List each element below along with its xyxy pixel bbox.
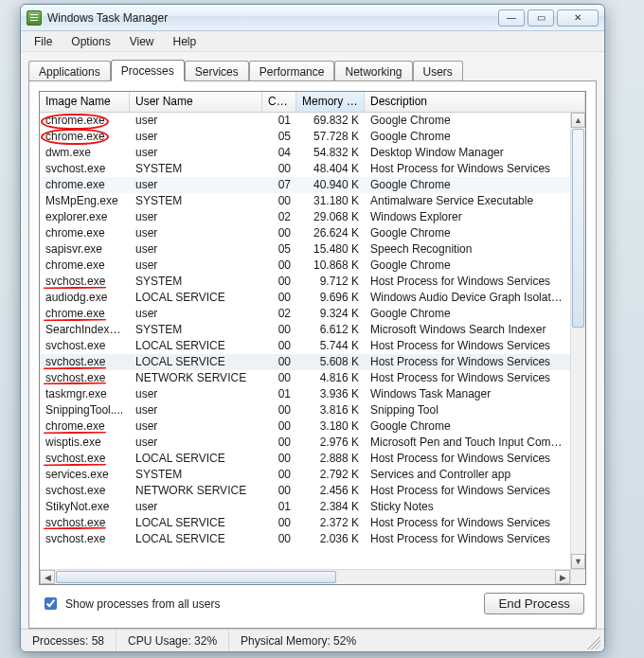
listview-rows: chrome.exeuser0169.832 KGoogle Chromechr… [40,113,570,569]
cell-cpu: 00 [262,483,296,499]
tab-applications[interactable]: Applications [28,61,111,81]
cell-description: Snipping Tool [365,402,570,418]
cell-user-name: SYSTEM [130,467,262,483]
resize-grip-icon[interactable] [583,632,600,649]
menu-view[interactable]: View [122,33,162,50]
table-row[interactable]: svchost.exeSYSTEM0048.404 KHost Process … [40,161,570,177]
table-row[interactable]: svchost.exeLOCAL SERVICE002.036 KHost Pr… [40,531,570,547]
cell-description: Microsoft Windows Search Indexer [365,322,570,338]
table-row[interactable]: taskmgr.exeuser013.936 KWindows Task Man… [40,386,570,402]
vertical-scrollbar[interactable]: ▲ ▼ [570,113,585,569]
col-user-name[interactable]: User Name [130,92,262,112]
tab-networking[interactable]: Networking [334,61,412,81]
cell-image-name: dwm.exe [40,145,130,161]
cell-description: Host Process for Windows Services [365,161,570,177]
tab-services[interactable]: Services [185,61,249,81]
scroll-down-icon[interactable]: ▼ [571,554,585,569]
table-row[interactable]: chrome.exeuser0740.940 KGoogle Chrome [40,177,570,193]
cell-memory: 5.744 K [296,338,365,354]
table-row[interactable]: MsMpEng.exeSYSTEM0031.180 KAntimalware S… [40,193,570,209]
cell-image-name: services.exe [40,467,130,483]
cell-cpu: 00 [262,193,296,209]
hscroll-track[interactable] [55,570,555,584]
listview-body: chrome.exeuser0169.832 KGoogle Chromechr… [40,113,585,584]
table-row[interactable]: svchost.exeLOCAL SERVICE005.744 KHost Pr… [40,338,570,354]
cell-user-name: SYSTEM [130,161,262,177]
cell-description: Google Chrome [365,418,570,435]
cell-memory: 2.372 K [296,515,365,531]
col-memory[interactable]: Memory (... [296,92,365,112]
table-row[interactable]: dwm.exeuser0454.832 KDesktop Window Mana… [40,145,570,161]
maximize-button[interactable]: ▭ [528,9,554,27]
table-row[interactable]: StikyNot.exeuser012.384 KSticky Notes [40,499,570,515]
cell-memory: 31.180 K [296,193,365,209]
cell-cpu: 00 [262,161,296,177]
table-row[interactable]: services.exeSYSTEM002.792 KServices and … [40,467,570,483]
table-row[interactable]: SnippingTool....user003.816 KSnipping To… [40,402,570,418]
cell-description: Host Process for Windows Services [365,483,570,499]
show-all-users-checkbox[interactable]: Show processes from all users [41,595,220,613]
cell-description: Host Process for Windows Services [365,338,570,354]
cell-memory: 9.712 K [296,274,365,290]
horizontal-scrollbar[interactable]: ◀ ▶ [40,569,570,584]
close-icon: ✕ [574,12,581,23]
table-row[interactable]: sapisvr.exeuser0515.480 KSpeech Recognit… [40,241,570,258]
table-row[interactable]: wisptis.exeuser002.976 KMicrosoft Pen an… [40,435,570,451]
show-all-users-input[interactable] [45,597,57,610]
cell-memory: 15.480 K [296,241,365,258]
close-button[interactable]: ✕ [557,9,599,27]
table-row[interactable]: chrome.exeuser003.180 KGoogle Chrome [40,418,570,435]
cell-user-name: user [130,209,262,225]
cell-description: Speech Recognition [365,241,570,258]
cell-description: Google Chrome [365,129,570,145]
table-row[interactable]: audiodg.exeLOCAL SERVICE009.696 KWindows… [40,290,570,306]
tab-users[interactable]: Users [413,61,463,81]
hscroll-thumb[interactable] [56,571,336,583]
minimize-button[interactable]: — [498,9,525,27]
table-row[interactable]: explorer.exeuser0229.068 KWindows Explor… [40,209,570,225]
cell-cpu: 02 [262,209,296,225]
col-image-name[interactable]: Image Name [40,92,130,112]
cell-image-name: chrome.exe [40,306,130,322]
table-row[interactable]: svchost.exeSYSTEM009.712 KHost Process f… [40,274,570,290]
col-description[interactable]: Description [365,92,585,112]
table-row[interactable]: chrome.exeuser029.324 KGoogle Chrome [40,306,570,322]
table-row[interactable]: chrome.exeuser0026.624 KGoogle Chrome [40,225,570,241]
table-row[interactable]: chrome.exeuser0169.832 KGoogle Chrome [40,113,570,129]
cell-description: Windows Audio Device Graph Isolation [365,290,570,306]
cell-memory: 26.624 K [296,225,365,241]
cell-user-name: user [130,386,262,402]
cell-image-name: svchost.exe [40,531,130,547]
cell-cpu: 00 [262,418,296,435]
table-row[interactable]: svchost.exeNETWORK SERVICE002.456 KHost … [40,483,570,499]
cell-cpu: 00 [262,322,296,338]
tab-performance[interactable]: Performance [249,61,335,81]
cell-memory: 48.404 K [296,161,365,177]
titlebar[interactable]: Windows Task Manager — ▭ ✕ [21,5,604,31]
table-row[interactable]: chrome.exeuser0010.868 KGoogle Chrome [40,258,570,274]
menu-help[interactable]: Help [166,33,205,50]
table-row[interactable]: svchost.exeLOCAL SERVICE002.888 KHost Pr… [40,451,570,467]
cell-image-name: sapisvr.exe [40,241,130,258]
cell-user-name: SYSTEM [130,193,262,209]
maximize-icon: ▭ [537,12,546,23]
scroll-right-icon[interactable]: ▶ [555,570,570,584]
end-process-button[interactable]: End Process [484,593,584,614]
status-processes: Processes: 58 [21,631,116,651]
menu-file[interactable]: File [27,33,60,50]
col-cpu[interactable]: CPU [262,92,296,112]
vscroll-thumb[interactable] [572,129,584,328]
cell-user-name: user [130,241,262,258]
scroll-up-icon[interactable]: ▲ [571,113,585,128]
scroll-left-icon[interactable]: ◀ [40,570,55,584]
cell-image-name: chrome.exe [40,225,130,241]
menu-options[interactable]: Options [63,33,117,50]
table-row[interactable]: svchost.exeNETWORK SERVICE004.816 KHost … [40,370,570,386]
tab-processes[interactable]: Processes [111,60,185,81]
table-row[interactable]: chrome.exeuser0557.728 KGoogle Chrome [40,129,570,145]
table-row[interactable]: svchost.exeLOCAL SERVICE002.372 KHost Pr… [40,515,570,531]
table-row[interactable]: SearchIndexe...SYSTEM006.612 KMicrosoft … [40,322,570,338]
cell-image-name: chrome.exe [40,258,130,274]
cell-description: Host Process for Windows Services [365,531,570,547]
table-row[interactable]: svchost.exeLOCAL SERVICE005.608 KHost Pr… [40,354,570,370]
